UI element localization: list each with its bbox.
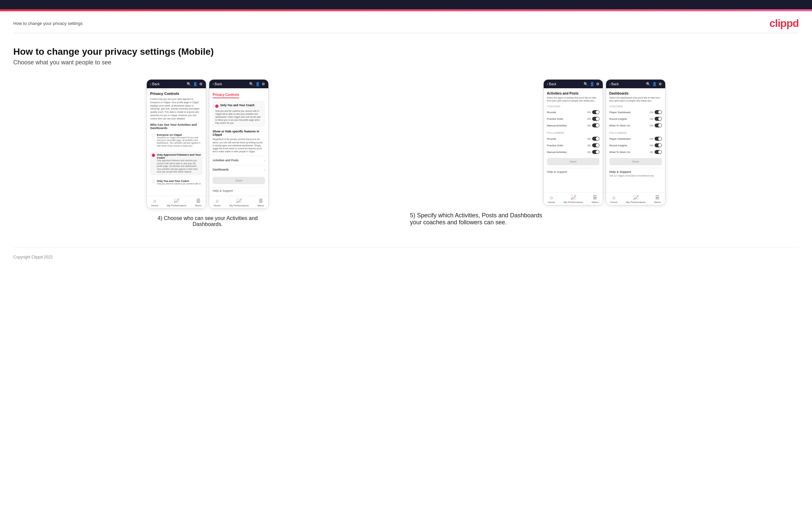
radio-approved[interactable] — [152, 154, 155, 157]
caption-right: 5) Specify which Activities, Posts and D… — [410, 212, 550, 226]
toggle-switch-manual-followers[interactable] — [592, 150, 600, 154]
toggle-rounds-coaches: Rounds ON — [547, 109, 600, 115]
toggle-drills-followers: Practice Drills ON — [547, 142, 600, 149]
phone-screen-2: ‹ Back 🔍 👤 ⚙ Privacy Controls — [209, 79, 269, 209]
search-icon-4[interactable]: 🔍 — [646, 82, 651, 86]
nav-home-1[interactable]: ⌂ Home — [151, 198, 158, 207]
toggle-player-dash-coaches: Player Dashboard ON — [609, 109, 662, 115]
settings-icon-2[interactable]: ⚙ — [262, 82, 265, 86]
back-button-1[interactable]: ‹ Back — [150, 82, 159, 86]
save-button-4[interactable]: Save — [609, 158, 662, 165]
performance-icon-3: 📈 — [570, 195, 576, 200]
phone-body-2: Privacy Controls Only You and Your Coach… — [209, 88, 268, 196]
page-title: How to change your privacy settings (Mob… — [13, 47, 799, 57]
search-icon-1[interactable]: 🔍 — [187, 82, 191, 86]
toggle-switch-drills-followers[interactable] — [592, 143, 600, 147]
toggle-rounds-followers: Rounds ON — [547, 135, 600, 142]
nav-menu-3[interactable]: ☰ Menu — [592, 195, 599, 204]
profile-icon-3[interactable]: 👤 — [590, 82, 595, 86]
phone-footer-1: ⌂ Home 📈 My Performance ☰ Menu — [147, 196, 206, 208]
profile-icon-2[interactable]: 👤 — [255, 82, 260, 86]
nav-performance-2[interactable]: 📈 My Performance — [230, 198, 249, 207]
toggle-round-insights-coaches: Round Insights ON — [609, 115, 662, 122]
search-icon-2[interactable]: 🔍 — [249, 82, 254, 86]
search-icon-3[interactable]: 🔍 — [583, 82, 588, 86]
profile-icon-1[interactable]: 👤 — [193, 82, 198, 86]
option-approved[interactable]: Only Approved Followers and Your Coach O… — [150, 152, 203, 175]
phone-body-4: Dashboards Select the dashboards that yo… — [606, 88, 665, 192]
save-button-3[interactable]: Save — [547, 158, 600, 165]
settings-icon-1[interactable]: ⚙ — [199, 82, 203, 86]
phone-icons-4: 🔍 👤 ⚙ — [646, 82, 662, 86]
toggle-switch-player-coaches[interactable] — [655, 110, 662, 114]
option-approved-desc: Only approved followers and coaches you … — [157, 159, 201, 173]
back-button-3[interactable]: ‹ Back — [547, 82, 556, 86]
back-button-2[interactable]: ‹ Back — [212, 82, 222, 86]
toggle-switch-rounds-followers[interactable] — [592, 137, 600, 141]
performance-icon-1: 📈 — [174, 198, 179, 204]
profile-icon-4[interactable]: 👤 — [652, 82, 657, 86]
list-dashboards[interactable]: Dashboards › — [212, 165, 265, 174]
toggle-switch-insights-followers[interactable] — [655, 143, 662, 147]
phone-screen-1: ‹ Back 🔍 👤 ⚙ Privacy Controls Control ho… — [146, 79, 206, 209]
dashboards-title: Dashboards — [609, 92, 662, 95]
settings-icon-3[interactable]: ⚙ — [596, 82, 600, 86]
toggle-switch-drills-coaches[interactable] — [592, 117, 600, 121]
privacy-tab-2[interactable]: Privacy Controls — [212, 93, 239, 98]
save-button-2[interactable]: Save — [212, 177, 265, 184]
phone-screen-3: ‹ Back 🔍 👤 ⚙ Activities and Posts Select… — [543, 79, 603, 206]
phone-icons-1: 🔍 👤 ⚙ — [187, 82, 203, 86]
toggle-switch-insights-coaches[interactable] — [655, 117, 662, 121]
phone-body-3: Activities and Posts Select the types of… — [544, 88, 603, 192]
nav-home-3[interactable]: ⌂ Home — [548, 195, 555, 204]
toggle-switch-rounds-coaches[interactable] — [592, 110, 600, 114]
screenshot-pair-2: ‹ Back 🔍 👤 ⚙ Activities and Posts Select… — [410, 79, 799, 206]
list-activities[interactable]: Activities and Posts › — [212, 156, 265, 165]
card-radio[interactable] — [215, 105, 218, 108]
dashboards-desc: Select the dashboards that you'd like to… — [609, 96, 662, 102]
menu-icon-4: ☰ — [655, 195, 660, 200]
nav-home-2[interactable]: ⌂ Home — [213, 198, 220, 207]
toggle-drills-coaches: Practice Drills ON — [547, 115, 600, 122]
nav-performance-1[interactable]: 📈 My Performance — [167, 198, 187, 207]
phone-footer-3: ⌂ Home 📈 My Performance ☰ Menu — [544, 192, 603, 205]
option-everyone-desc: Everyone on Clippd can search for you an… — [157, 136, 201, 148]
nav-performance-4[interactable]: 📈 My Performance — [626, 195, 646, 204]
option-approved-title: Only Approved Followers and Your Coach — [157, 153, 201, 159]
toggle-switch-wtw-coaches[interactable] — [655, 123, 662, 127]
help-section-2: Help & Support — [212, 187, 265, 192]
followers-label-3: FOLLOWERS — [547, 131, 600, 134]
coaches-label-3: COACHES — [547, 105, 600, 108]
phone-screen-4: ‹ Back 🔍 👤 ⚙ Dashboards Select the dashb… — [606, 79, 666, 206]
radio-everyone[interactable] — [152, 134, 155, 137]
coaches-label-4: COACHES — [609, 105, 662, 108]
back-button-4[interactable]: ‹ Back — [609, 82, 619, 86]
menu-icon-2: ☰ — [259, 198, 263, 204]
nav-menu-1[interactable]: ☰ Menu — [195, 198, 202, 207]
toggle-switch-wtw-followers[interactable] — [655, 150, 662, 154]
nav-menu-4[interactable]: ☰ Menu — [654, 195, 661, 204]
toggle-manual-followers: Manual Activities ON — [547, 149, 600, 155]
home-icon-1: ⌂ — [153, 198, 156, 204]
radio-only-you[interactable] — [152, 180, 155, 183]
phone-header-3: ‹ Back 🔍 👤 ⚙ — [544, 79, 603, 88]
nav-performance-3[interactable]: 📈 My Performance — [564, 195, 583, 204]
card-title: Only You and Your Coach — [220, 104, 254, 107]
settings-icon-4[interactable]: ⚙ — [659, 82, 662, 86]
activities-desc-3: Select the types of activity that you'd … — [547, 96, 600, 102]
screenshot-group-left: ‹ Back 🔍 👤 ⚙ Privacy Controls Control ho… — [13, 79, 402, 227]
menu-icon-1: ☰ — [196, 198, 201, 204]
toggle-switch-manual-coaches[interactable] — [592, 123, 600, 127]
nav-home-4[interactable]: ⌂ Home — [610, 195, 617, 204]
activities-title-3: Activities and Posts — [547, 92, 600, 95]
page-content: How to change your privacy settings (Mob… — [0, 33, 812, 279]
toggle-switch-player-followers[interactable] — [655, 137, 662, 141]
option-everyone[interactable]: Everyone on Clippd Everyone on Clippd ca… — [150, 132, 203, 149]
only-you-card: Only You and Your Coach Only you and the… — [212, 101, 265, 127]
bottom-section: Copyright Clippd 2022 — [13, 247, 799, 260]
followers-label-4: FOLLOWERS — [609, 131, 662, 134]
option-only-you[interactable]: Only You and Your Coach Only you and the… — [150, 178, 203, 187]
arrow-dashboards: › — [264, 168, 265, 172]
performance-icon-2: 📈 — [236, 198, 242, 204]
nav-menu-2[interactable]: ☰ Menu — [257, 198, 264, 207]
